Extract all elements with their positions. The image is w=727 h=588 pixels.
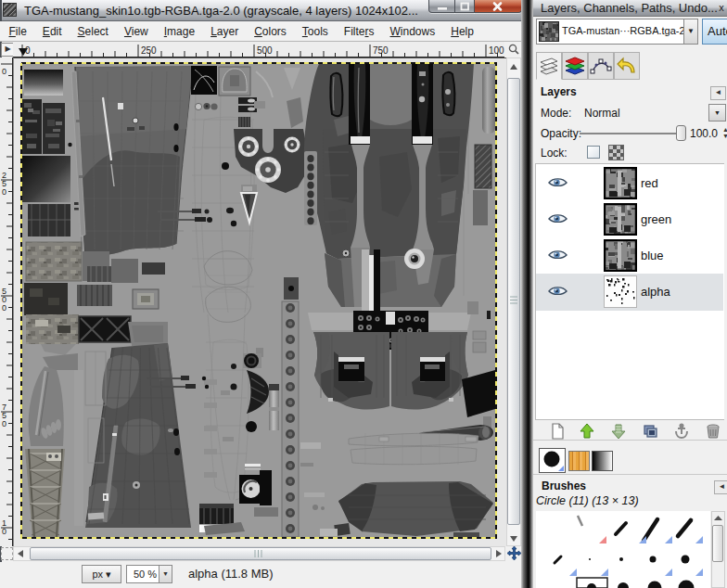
svg-text:250: 250 <box>141 45 157 56</box>
svg-text:0: 0 <box>25 45 31 56</box>
svg-text:0: 0 <box>2 67 6 76</box>
svg-text:0: 0 <box>2 187 6 197</box>
svg-text:500: 500 <box>257 45 273 56</box>
svg-text:0: 0 <box>2 419 6 428</box>
svg-text:0: 0 <box>2 303 6 313</box>
svg-text:750: 750 <box>373 45 389 56</box>
svg-text:100: 100 <box>489 45 504 56</box>
svg-text:0: 0 <box>2 527 6 536</box>
